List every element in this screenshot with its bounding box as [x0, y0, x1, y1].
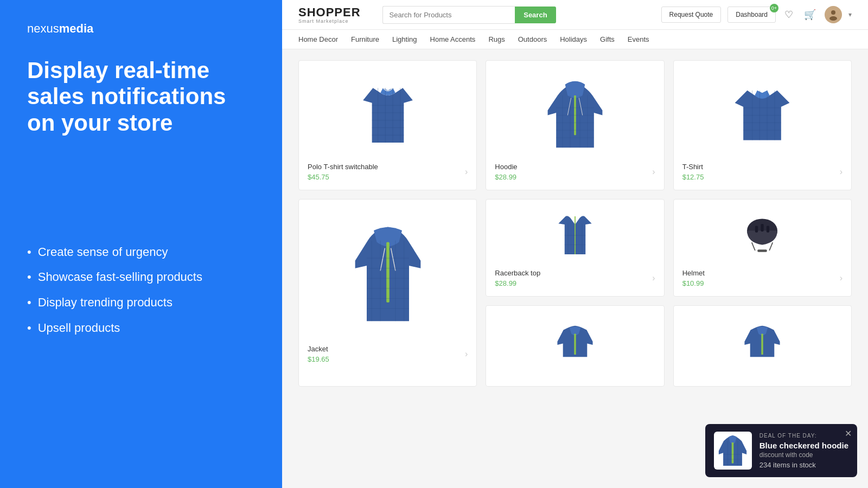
nav-home-decor[interactable]: Home Decor [298, 30, 338, 49]
deal-content: DEAL OF THE DAY: Blue checkered hoodie d… [760, 433, 848, 469]
product-card-polo[interactable]: Polo T-shirt switchable $45.75 › [298, 60, 477, 190]
logo-subtitle: Smart Marketplace [298, 18, 349, 24]
product-row-1: Polo T-shirt switchable $45.75 › [298, 60, 852, 190]
helmet-image [682, 208, 843, 262]
hoodie3-info [682, 375, 843, 377]
search-input[interactable] [382, 6, 515, 24]
right-panel: SHOPPER Smart Marketplace Search Request… [282, 0, 868, 488]
deal-close-button[interactable]: ✕ [845, 428, 852, 439]
deal-stock: 234 items in stock [760, 461, 848, 469]
deal-title: Blue checkered hoodie [760, 441, 848, 450]
tshirt-chevron: › [840, 167, 843, 177]
deal-image [714, 432, 752, 470]
request-quote-button[interactable]: Request Quote [661, 7, 722, 23]
racerback-info: Racerback top $28.99 › [495, 269, 655, 287]
cart-button[interactable]: 🛒 [802, 7, 818, 23]
product-card-hoodie[interactable]: Hoodie $28.99 › [486, 60, 664, 190]
logo: SHOPPER Smart Marketplace [298, 5, 361, 24]
product-card-hoodie2[interactable] [486, 305, 664, 387]
product-card-racerback[interactable]: Racerback top $28.99 › [486, 199, 664, 297]
svg-rect-52 [758, 249, 768, 252]
dashboard-badge: 0+ [770, 4, 778, 12]
wishlist-button[interactable]: ♡ [782, 7, 795, 23]
svg-rect-57 [762, 333, 763, 355]
deal-label: DEAL OF THE DAY: [760, 433, 848, 439]
jacket-chevron: › [465, 349, 468, 359]
brand-name: nexusmedia [27, 22, 255, 36]
hoodie2-info [495, 375, 655, 377]
search-bar: Search [382, 6, 556, 24]
jacket-name: Jacket [308, 345, 465, 353]
jacket-image [308, 208, 468, 338]
bullet-1: Create sense of urgency [27, 245, 255, 260]
hoodie-info: Hoodie $28.99 › [495, 163, 655, 181]
bullet-2: Showcase fast-selling products [27, 269, 255, 285]
hoodie-image [495, 69, 655, 156]
header: SHOPPER Smart Marketplace Search Request… [282, 0, 868, 30]
product-card-jacket[interactable]: Jacket $19.65 › [298, 199, 477, 387]
bullet-list: Create sense of urgency Showcase fast-se… [27, 245, 255, 336]
svg-rect-58 [732, 442, 734, 463]
bullet-4: Upsell products [27, 320, 255, 336]
nav-holidays[interactable]: Holidays [560, 30, 587, 49]
svg-rect-55 [767, 226, 769, 233]
nav-bar: Home Decor Furniture Lighting Home Accen… [282, 30, 868, 49]
svg-rect-54 [761, 224, 764, 232]
nav-rugs[interactable]: Rugs [488, 30, 505, 49]
hoodie-chevron: › [652, 167, 655, 177]
dashboard-button[interactable]: Dashboard 0+ [727, 7, 776, 23]
nav-gifts[interactable]: Gifts [600, 30, 615, 49]
headline: Display real-time sales notifications on… [27, 57, 255, 136]
polo-chevron: › [465, 167, 468, 177]
header-actions: Request Quote Dashboard 0+ ♡ 🛒 ▾ [661, 6, 852, 23]
logo-text: SHOPPER [298, 5, 361, 20]
helmet-chevron: › [840, 273, 843, 283]
jacket-price: $19.65 [308, 355, 465, 363]
product-card-hoodie3[interactable] [673, 305, 852, 387]
svg-rect-56 [574, 333, 576, 355]
racerback-name: Racerback top [495, 269, 652, 277]
polo-image [308, 69, 468, 156]
nav-lighting[interactable]: Lighting [392, 30, 417, 49]
svg-line-51 [769, 242, 773, 251]
nav-home-accents[interactable]: Home Accents [430, 30, 476, 49]
left-panel: nexusmedia Display real-time sales notif… [0, 0, 282, 488]
hoodie3-image [682, 314, 843, 369]
svg-rect-53 [755, 226, 758, 233]
tshirt-info: T-Shirt $12.75 › [682, 163, 843, 181]
deal-popup[interactable]: DEAL OF THE DAY: Blue checkered hoodie d… [705, 424, 857, 477]
tshirt-name: T-Shirt [682, 163, 840, 171]
svg-rect-31 [386, 242, 390, 302]
helmet-info: Helmet $10.99 › [682, 269, 843, 287]
polo-name: Polo T-shirt switchable [308, 163, 465, 171]
racerback-price: $28.99 [495, 279, 652, 287]
nav-furniture[interactable]: Furniture [351, 30, 379, 49]
hoodie2-image [495, 314, 655, 369]
racerback-chevron: › [652, 273, 655, 283]
product-card-helmet[interactable]: Helmet $10.99 › [673, 199, 852, 297]
racerback-image [495, 208, 655, 262]
product-row-2: Jacket $19.65 › [298, 199, 852, 387]
product-card-tshirt[interactable]: T-Shirt $12.75 › [673, 60, 852, 190]
tshirt-price: $12.75 [682, 173, 840, 181]
tshirt-image [682, 69, 843, 156]
helmet-name: Helmet [682, 269, 840, 277]
user-dropdown-arrow[interactable]: ▾ [848, 11, 852, 18]
bullet-3: Display trending products [27, 295, 255, 311]
hoodie-name: Hoodie [495, 163, 652, 171]
svg-point-1 [829, 16, 837, 21]
deal-subtitle: discount with code [760, 451, 848, 459]
jacket-info: Jacket $19.65 › [308, 345, 468, 363]
svg-line-50 [752, 242, 755, 251]
polo-price: $45.75 [308, 173, 465, 181]
polo-info: Polo T-shirt switchable $45.75 › [308, 163, 468, 181]
helmet-price: $10.99 [682, 279, 840, 287]
search-button[interactable]: Search [515, 7, 556, 23]
avatar[interactable] [825, 6, 842, 23]
hoodie-price: $28.99 [495, 173, 652, 181]
nav-events[interactable]: Events [628, 30, 649, 49]
content-area: Polo T-shirt switchable $45.75 › [282, 49, 868, 488]
svg-point-0 [831, 10, 835, 15]
nav-outdoors[interactable]: Outdoors [518, 30, 547, 49]
